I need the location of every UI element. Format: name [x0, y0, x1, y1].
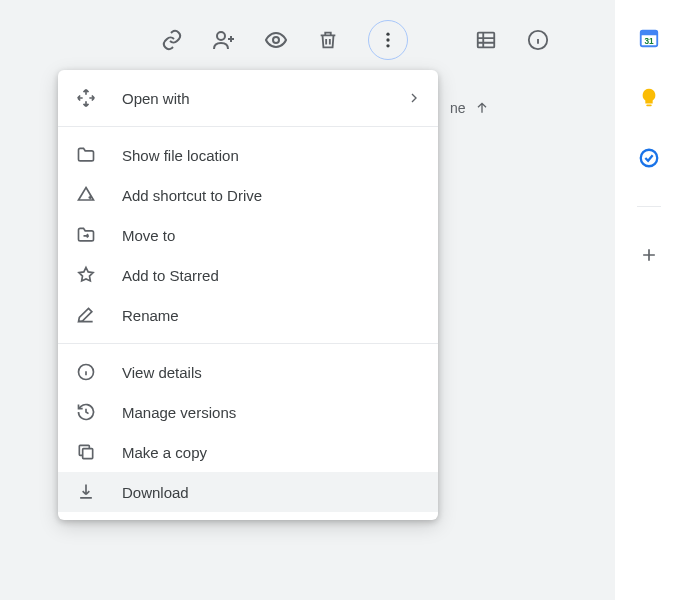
rename-icon: [74, 303, 98, 327]
main-area: ne Open with Show file location: [0, 0, 615, 600]
chevron-right-icon: [406, 90, 422, 106]
menu-label: Manage versions: [122, 404, 422, 421]
svg-point-3: [386, 38, 389, 41]
svg-point-2: [386, 33, 389, 36]
side-divider: [637, 206, 661, 207]
svg-point-0: [217, 32, 225, 40]
calendar-app-icon[interactable]: 31: [637, 26, 661, 50]
link-icon[interactable]: [160, 28, 184, 52]
add-app-icon[interactable]: [637, 243, 661, 267]
arrow-up-icon[interactable]: [474, 100, 490, 116]
menu-item-download[interactable]: Download: [58, 472, 438, 512]
menu-item-add-shortcut[interactable]: Add shortcut to Drive: [58, 175, 438, 215]
svg-rect-8: [83, 449, 93, 459]
menu-label: Move to: [122, 227, 422, 244]
menu-divider: [58, 126, 438, 127]
delete-icon[interactable]: [316, 28, 340, 52]
info-icon[interactable]: [526, 28, 550, 52]
svg-rect-12: [646, 104, 652, 106]
menu-item-view-details[interactable]: View details: [58, 352, 438, 392]
folder-icon: [74, 143, 98, 167]
svg-rect-10: [640, 31, 657, 36]
toolbar: [0, 20, 615, 60]
svg-rect-5: [478, 33, 495, 48]
tasks-app-icon[interactable]: [637, 146, 661, 170]
drive-shortcut-icon: [74, 183, 98, 207]
more-actions-button[interactable]: [368, 20, 408, 60]
menu-item-show-file-location[interactable]: Show file location: [58, 135, 438, 175]
column-header-fragment: ne: [450, 100, 490, 116]
share-person-icon[interactable]: [212, 28, 236, 52]
menu-label: Show file location: [122, 147, 422, 164]
menu-label: Open with: [122, 90, 406, 107]
menu-label: Add shortcut to Drive: [122, 187, 422, 204]
menu-label: Add to Starred: [122, 267, 422, 284]
svg-point-1: [273, 37, 279, 43]
menu-label: View details: [122, 364, 422, 381]
menu-item-open-with[interactable]: Open with: [58, 78, 438, 118]
preview-icon[interactable]: [264, 28, 288, 52]
menu-item-add-to-starred[interactable]: Add to Starred: [58, 255, 438, 295]
column-label: ne: [450, 100, 466, 116]
download-icon: [74, 480, 98, 504]
svg-text:31: 31: [644, 37, 654, 46]
menu-item-move-to[interactable]: Move to: [58, 215, 438, 255]
context-menu: Open with Show file location Add shortcu…: [58, 70, 438, 520]
copy-icon: [74, 440, 98, 464]
side-panel: 31: [615, 0, 682, 600]
open-with-icon: [74, 86, 98, 110]
menu-label: Download: [122, 484, 422, 501]
menu-label: Make a copy: [122, 444, 422, 461]
versions-icon: [74, 400, 98, 424]
info-icon: [74, 360, 98, 384]
menu-item-manage-versions[interactable]: Manage versions: [58, 392, 438, 432]
menu-label: Rename: [122, 307, 422, 324]
star-icon: [74, 263, 98, 287]
menu-divider: [58, 343, 438, 344]
list-view-icon[interactable]: [474, 28, 498, 52]
svg-point-4: [386, 44, 389, 47]
menu-item-make-a-copy[interactable]: Make a copy: [58, 432, 438, 472]
move-to-icon: [74, 223, 98, 247]
menu-item-rename[interactable]: Rename: [58, 295, 438, 335]
keep-app-icon[interactable]: [637, 86, 661, 110]
